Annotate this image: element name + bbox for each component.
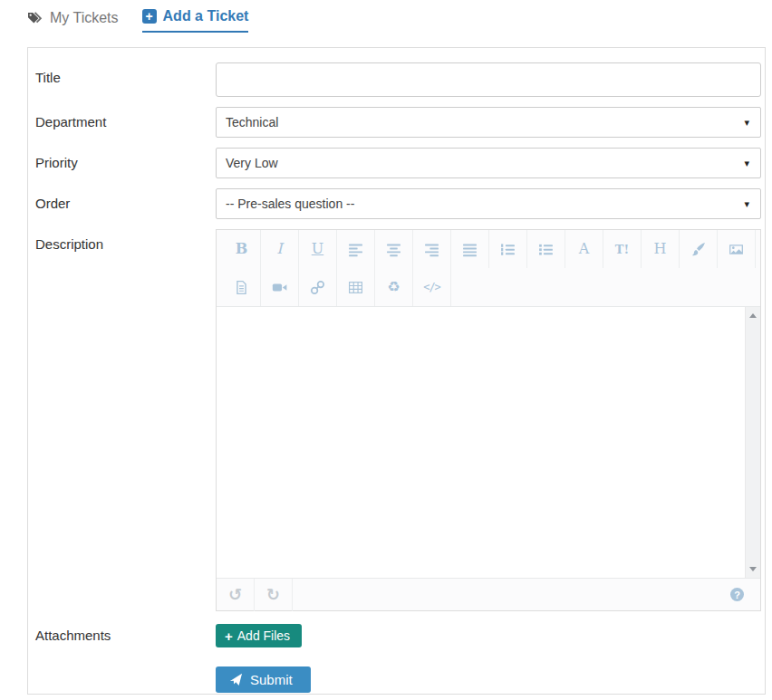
submit-button-label: Submit (250, 672, 293, 687)
undo-icon: ↺ (228, 587, 242, 603)
brush-icon (690, 242, 706, 257)
underline-button[interactable]: U (299, 230, 337, 268)
rich-text-editor: BIUAT!H ♻</> ↺↻ ? (216, 229, 761, 611)
scroll-up-icon[interactable] (749, 313, 757, 318)
editor-toolbar-row-2: ♻</> (217, 268, 760, 306)
video-icon (272, 280, 287, 295)
fore-color-icon: A (579, 242, 590, 256)
priority-selected-value: Very Low (226, 156, 278, 170)
editor-scrollbar[interactable] (745, 307, 760, 578)
file-icon (234, 280, 249, 295)
image-icon (729, 242, 744, 257)
department-row: Department Technical ▾ (35, 107, 761, 138)
video-button[interactable] (261, 268, 299, 306)
order-row: Order -- Pre-sales question -- ▾ (35, 188, 761, 219)
justify-button[interactable] (451, 230, 489, 268)
select-arrow-icon: ▾ (744, 117, 749, 129)
attachments-label: Attachments (35, 624, 216, 647)
recycle-button[interactable]: ♻ (375, 268, 413, 306)
align-center-icon (386, 242, 401, 257)
link-icon (310, 280, 325, 295)
add-files-button-label: Add Files (237, 628, 290, 643)
back-color-button[interactable]: T! (603, 230, 642, 268)
description-label: Description (35, 229, 216, 611)
title-row: Title (35, 62, 761, 97)
brush-button[interactable] (680, 230, 718, 268)
tags-icon (27, 11, 43, 25)
undo-button[interactable]: ↺ (217, 579, 255, 611)
editor-toolbar-row-1: BIUAT!H (217, 230, 760, 268)
title-label: Title (35, 62, 216, 97)
department-select[interactable]: Technical ▾ (216, 107, 761, 138)
heading-button[interactable]: H (642, 230, 680, 268)
justify-icon (462, 242, 478, 257)
select-arrow-icon: ▾ (744, 158, 749, 169)
add-ticket-form-panel: Title Department Technical ▾ Priority Ve… (27, 47, 766, 695)
table-icon (348, 280, 363, 295)
tab-my-tickets-label: My Tickets (50, 9, 119, 27)
attachments-row: Attachments + Add Files (35, 624, 761, 647)
editor-footer: ↺↻ ? (217, 578, 760, 610)
submit-row: Submit (35, 666, 761, 693)
add-files-button[interactable]: + Add Files (216, 624, 302, 647)
align-left-icon (348, 242, 363, 257)
tab-add-ticket-label: Add a Ticket (163, 7, 249, 25)
italic-icon: I (276, 242, 282, 256)
plus-icon: + (225, 629, 233, 643)
undo-redo-group: ↺↻ (217, 579, 293, 611)
table-button[interactable] (337, 268, 375, 306)
tab-add-ticket[interactable]: + Add a Ticket (142, 7, 249, 33)
priority-select[interactable]: Very Low ▾ (216, 148, 761, 178)
bold-icon: B (236, 242, 248, 256)
description-row: Description BIUAT!H ♻</> ↺↻ ? (35, 229, 761, 611)
send-icon (229, 673, 243, 686)
department-label: Department (35, 107, 216, 138)
plus-square-icon: + (142, 9, 157, 24)
tab-my-tickets[interactable]: My Tickets (27, 9, 119, 33)
submit-button[interactable]: Submit (216, 666, 311, 693)
description-editor-area[interactable] (217, 306, 760, 578)
order-selected-value: -- Pre-sales question -- (226, 197, 354, 211)
priority-row: Priority Very Low ▾ (35, 148, 761, 178)
scroll-down-icon[interactable] (749, 567, 757, 571)
code-icon: </> (423, 282, 440, 292)
redo-button[interactable]: ↻ (255, 579, 293, 611)
align-center-button[interactable] (375, 230, 413, 268)
back-color-icon: T! (615, 244, 629, 255)
align-left-button[interactable] (337, 230, 375, 268)
ordered-list-button[interactable] (489, 230, 527, 268)
align-right-icon (424, 242, 439, 257)
fore-color-button[interactable]: A (565, 230, 603, 268)
select-arrow-icon: ▾ (744, 198, 749, 210)
heading-icon: H (654, 242, 667, 256)
tabs-bar: My Tickets + Add a Ticket (0, 0, 772, 33)
recycle-icon: ♻ (387, 280, 400, 294)
align-right-button[interactable] (413, 230, 451, 268)
unordered-list-icon (538, 242, 554, 257)
underline-icon: U (312, 242, 323, 256)
help-icon[interactable]: ? (730, 588, 744, 601)
order-select[interactable]: -- Pre-sales question -- ▾ (216, 188, 761, 219)
department-selected-value: Technical (226, 115, 278, 129)
image-button[interactable] (718, 230, 756, 268)
code-button[interactable]: </> (413, 268, 451, 306)
order-label: Order (35, 188, 216, 219)
unordered-list-button[interactable] (527, 230, 565, 268)
file-button[interactable] (223, 268, 261, 306)
ordered-list-icon (500, 242, 516, 257)
title-input[interactable] (216, 62, 761, 97)
redo-icon: ↻ (266, 587, 280, 603)
bold-button[interactable]: B (223, 230, 261, 268)
link-button[interactable] (299, 268, 337, 306)
priority-label: Priority (35, 148, 216, 178)
italic-button[interactable]: I (261, 230, 299, 268)
